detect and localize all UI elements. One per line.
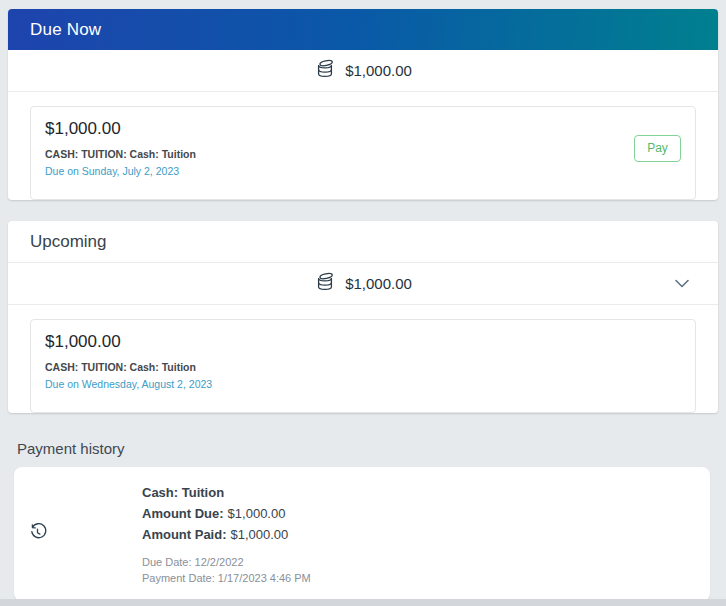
- upcoming-panel: Upcoming $1,000.00 $1,000.00 CASH: TUITI…: [8, 221, 718, 413]
- history-due-date: Due Date: 12/2/2022: [142, 554, 700, 570]
- payment-history-card: Cash: Tuition Amount Due:$1,000.00 Amoun…: [14, 467, 710, 601]
- history-entry-name: Cash: Tuition: [142, 482, 700, 503]
- payment-history-title: Payment history: [17, 440, 710, 457]
- due-now-total-row: $1,000.00: [8, 50, 718, 92]
- history-icon: [27, 522, 48, 547]
- history-payment-date: Payment Date: 1/17/2023 4:46 PM: [142, 570, 700, 586]
- due-now-header: Due Now: [8, 9, 718, 50]
- upcoming-header: Upcoming: [8, 221, 718, 263]
- coins-icon: [314, 58, 336, 84]
- bottom-strip: [0, 599, 726, 606]
- upcoming-total-row[interactable]: $1,000.00: [8, 263, 718, 305]
- item-category: CASH: TUITION: Cash: Tuition: [45, 148, 634, 160]
- item-amount: $1,000.00: [45, 332, 681, 352]
- upcoming-total-amount: $1,000.00: [345, 275, 412, 292]
- due-now-title: Due Now: [30, 20, 101, 40]
- history-amount-due: Amount Due:$1,000.00: [142, 503, 700, 524]
- item-due-date: Due on Wednesday, August 2, 2023: [45, 378, 681, 390]
- item-due-date: Due on Sunday, July 2, 2023: [45, 165, 634, 177]
- due-now-item-card: $1,000.00 CASH: TUITION: Cash: Tuition D…: [30, 106, 696, 200]
- due-now-panel: Due Now $1,000.00 $1,000.00 CASH: TUITIO…: [8, 9, 718, 200]
- item-amount: $1,000.00: [45, 119, 634, 139]
- upcoming-title: Upcoming: [30, 232, 107, 252]
- chevron-down-icon[interactable]: [672, 274, 692, 294]
- pay-button[interactable]: Pay: [634, 135, 681, 162]
- due-now-total-amount: $1,000.00: [345, 62, 412, 79]
- upcoming-item-card: $1,000.00 CASH: TUITION: Cash: Tuition D…: [30, 319, 696, 413]
- history-amount-paid: Amount Paid:$1,000.00: [142, 524, 700, 545]
- item-category: CASH: TUITION: Cash: Tuition: [45, 361, 681, 373]
- coins-icon: [314, 271, 336, 297]
